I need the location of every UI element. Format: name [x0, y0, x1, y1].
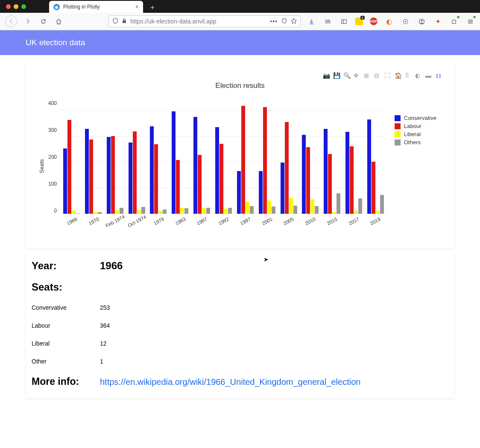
modebar-zoom-in-icon[interactable]: ⊞	[364, 72, 372, 79]
bar-group[interactable]	[235, 106, 256, 214]
bar-group[interactable]	[257, 107, 278, 214]
bar-con[interactable]	[85, 129, 89, 214]
forward-button[interactable]	[23, 17, 32, 26]
bar-group[interactable]	[322, 129, 342, 214]
bar-lib[interactable]	[267, 201, 271, 214]
account-button[interactable]	[417, 17, 426, 26]
bar-lab[interactable]	[263, 107, 267, 214]
bar-group[interactable]	[83, 129, 104, 214]
maximize-window-button[interactable]	[21, 4, 26, 9]
modebar-select-icon[interactable]: ▬	[425, 72, 433, 79]
moreinfo-link[interactable]: https://en.wikipedia.org/wiki/1966_Unite…	[100, 377, 360, 387]
svg-rect-0	[123, 20, 126, 23]
url-bar[interactable]: https://uk-election-data.anvil.app •••	[108, 15, 301, 27]
modebar-camera-icon[interactable]: 📷	[323, 72, 331, 79]
extension-button-3[interactable]: ✦	[433, 17, 442, 26]
bar-lab[interactable]	[176, 160, 180, 214]
bar-lib[interactable]	[289, 198, 293, 214]
bar-lab[interactable]	[198, 155, 202, 214]
downloads-button[interactable]	[307, 17, 316, 26]
reader-view-icon[interactable]	[281, 17, 287, 25]
bar-lab[interactable]	[133, 131, 137, 214]
bar-con[interactable]	[281, 163, 284, 214]
bar-lib[interactable]	[202, 208, 206, 214]
modebar-pan-icon[interactable]: ✥	[354, 72, 361, 79]
bar-con[interactable]	[302, 135, 306, 214]
bar-lab[interactable]	[220, 144, 223, 214]
legend-item-labour[interactable]: Labour	[395, 123, 442, 129]
plot-area[interactable]: 4003002001000 19661970Feb 1974Oct 197419…	[45, 100, 386, 233]
bar-con[interactable]	[63, 148, 67, 214]
modebar-hover-icon[interactable]: ⠿	[405, 72, 413, 79]
bar-group[interactable]	[365, 119, 386, 214]
app-menu-button[interactable]	[465, 17, 475, 26]
new-tab-button[interactable]: +	[147, 3, 158, 13]
bar-con[interactable]	[345, 132, 349, 214]
bar-group[interactable]	[105, 136, 126, 214]
bar-con[interactable]	[150, 126, 154, 214]
bar-group[interactable]	[126, 131, 147, 214]
bar-con[interactable]	[324, 129, 328, 214]
close-tab-button[interactable]: ×	[135, 3, 139, 10]
bar-con[interactable]	[172, 111, 176, 214]
legend-item-liberal[interactable]: Liberal	[395, 131, 442, 137]
bar-con[interactable]	[193, 117, 197, 214]
bar-group[interactable]	[278, 122, 299, 214]
bar-con[interactable]	[107, 137, 111, 214]
bar-lab[interactable]	[67, 120, 71, 214]
bar-lab[interactable]	[328, 154, 332, 214]
bar-group[interactable]	[61, 120, 82, 214]
reload-button[interactable]	[38, 17, 48, 26]
bar-lab[interactable]	[154, 144, 158, 214]
bar-con[interactable]	[367, 119, 371, 214]
bar-lab[interactable]	[241, 106, 245, 214]
bar-con[interactable]	[215, 127, 219, 214]
home-button[interactable]	[54, 17, 63, 26]
bar-lib[interactable]	[180, 208, 184, 214]
modebar-lasso-icon[interactable]: ◐	[415, 72, 423, 79]
bar-lab[interactable]	[306, 147, 310, 214]
bar-group[interactable]	[343, 132, 364, 214]
bar-group[interactable]	[300, 135, 321, 214]
bar-oth[interactable]	[337, 193, 340, 214]
bar-lab[interactable]	[111, 136, 115, 214]
extension-passwords-button[interactable]: 1	[355, 17, 363, 25]
bar-con[interactable]	[129, 143, 132, 214]
sidebar-button[interactable]	[339, 17, 348, 26]
close-window-button[interactable]	[6, 4, 11, 9]
bar-lab[interactable]	[372, 162, 375, 214]
modebar-zoom-icon[interactable]: 🔍	[343, 72, 351, 79]
extension-button-2[interactable]	[401, 17, 410, 26]
bar-group[interactable]	[191, 117, 212, 214]
bar-con[interactable]	[259, 171, 263, 214]
lock-icon[interactable]	[122, 18, 127, 25]
bar-lab[interactable]	[285, 122, 289, 214]
bar-group[interactable]	[170, 111, 190, 214]
modebar-save-icon[interactable]: 💾	[333, 72, 341, 79]
modebar-zoom-out-icon[interactable]: ⊟	[374, 72, 382, 79]
minimize-window-button[interactable]	[14, 4, 18, 9]
bar-lab[interactable]	[89, 140, 93, 214]
bar-group[interactable]	[213, 127, 234, 214]
bar-lab[interactable]	[350, 146, 354, 214]
bookmark-star-icon[interactable]	[291, 18, 297, 25]
back-button[interactable]	[5, 15, 17, 27]
modebar-logo-icon[interactable]: ⫿⫿	[436, 72, 443, 79]
legend-item-conservative[interactable]: Conservative	[395, 115, 442, 121]
extension-button-1[interactable]: ◐	[384, 17, 394, 26]
bar-oth[interactable]	[380, 195, 384, 214]
extension-adblock-button[interactable]: ABP	[370, 17, 378, 25]
bar-lib[interactable]	[310, 199, 314, 214]
extensions-menu-button[interactable]	[449, 17, 459, 26]
library-button[interactable]	[323, 17, 332, 26]
bar-con[interactable]	[237, 171, 241, 214]
browser-tab-active[interactable]: ◉ Plotting in Plotly ×	[49, 1, 143, 13]
legend-item-others[interactable]: Others	[395, 139, 442, 145]
shield-icon[interactable]	[112, 18, 118, 25]
modebar-reset-icon[interactable]: 🏠	[395, 72, 402, 79]
bar-group[interactable]	[148, 126, 169, 214]
chart-body[interactable]: Seats 4003002001000 19661970Feb 1974Oct …	[34, 100, 446, 241]
page-actions-icon[interactable]: •••	[270, 18, 278, 25]
modebar-autoscale-icon[interactable]: ⛶	[384, 72, 392, 79]
bar-lib[interactable]	[246, 202, 249, 214]
